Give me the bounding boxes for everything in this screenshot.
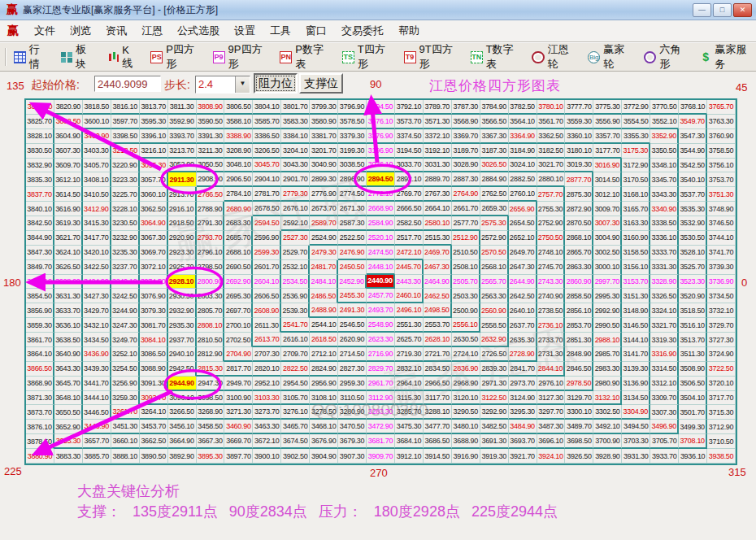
gann-cell: 2592.10 [281,216,310,231]
gann-cell: 3268.90 [197,405,225,420]
gann-cell: 3516.10 [679,318,707,333]
chevron-down-icon[interactable]: ▼ [235,76,250,93]
gann-cell: 3933.70 [650,449,679,464]
toolbar-item-10[interactable]: 江恩轮 [528,40,579,74]
toolbar-item-9[interactable]: TNT数字表 [467,40,524,74]
gann-cell: 3376.90 [367,129,395,144]
gann-cell: 3876.10 [26,420,54,434]
gann-cell: 3636.10 [54,318,83,333]
gann-cell: 3208.90 [224,144,253,159]
gann-cell: 3760.90 [707,129,736,144]
step-select[interactable]: 2.4 ▼ [195,76,250,94]
menu-item-5[interactable]: 公式选股 [170,21,227,41]
toolbar-item-label: 9T四方形 [419,42,458,72]
gann-cell: 3566.50 [480,115,509,129]
gann-cell: 2534.50 [281,275,310,290]
gann-cell: 3604.90 [54,129,83,144]
menu-item-4[interactable]: 江恩 [134,21,170,41]
gann-cell: 3201.70 [310,144,338,159]
gann-cell: 2827.30 [338,362,367,377]
toolbar-item-2[interactable]: 板块 [56,40,98,74]
toolbar-item-4[interactable]: PSP四方形 [146,40,203,74]
gann-cell: 3019.30 [565,159,593,173]
toolbar-item-11[interactable]: Big赢家轮 [584,40,635,74]
gann-cell: 3511.30 [679,347,707,362]
toolbar-item-label: 江恩轮 [548,42,576,72]
toolbar-item-8[interactable]: T99T四方形 [400,40,462,74]
gann-cell: 3482.50 [480,420,509,434]
menu-bar: 赢 文件浏览资讯江恩公式选股设置工具窗口交易委托帮助 [0,20,756,42]
gann-cell: 3242.50 [111,289,140,303]
gann-cell: 2882.50 [509,172,537,187]
toolbar-item-3[interactable]: K线 [103,41,142,73]
gann-cell: 3036.10 [367,159,395,173]
toolbar-item-1[interactable]: 行情 [10,40,51,74]
gann-cell: 3715.30 [707,405,736,420]
gann-cell: 2875.30 [565,187,593,202]
toolbar-item-6[interactable]: PNP数字表 [276,40,332,74]
gann-cell: 2920.90 [168,231,197,246]
赢家服务-icon: $ [700,51,712,63]
gann-cell: 3360.10 [565,129,593,144]
resistance-button[interactable]: 阻力位 [254,73,298,94]
menu-item-8[interactable]: 窗口 [298,21,334,41]
maximize-button[interactable]: □ [713,3,732,17]
gann-cell: 2832.10 [395,362,424,377]
menu-item-3[interactable]: 资讯 [98,21,134,41]
gann-cell: 3367.30 [480,129,509,144]
gann-cell: 3794.50 [367,100,395,115]
gann-cell: 3084.10 [140,333,168,347]
menu-item-1[interactable]: 文件 [27,21,63,41]
gann-cell: 3333.70 [650,246,679,260]
gann-cell: 3664.90 [168,434,197,449]
close-button[interactable]: ✕ [733,3,752,17]
start-price-input[interactable] [94,76,161,92]
gann-cell: 3259.30 [111,391,140,406]
gann-cell: 2568.10 [480,260,509,275]
gann-cell: 3537.70 [679,187,707,202]
support-item-1: 135度2911点 [133,503,218,520]
gann-cell: 3098.50 [197,391,225,406]
menu-item-2[interactable]: 浏览 [63,21,98,41]
gann-cell: 2880.10 [537,172,566,187]
support-button[interactable]: 支撑位 [299,73,343,94]
toolbar-item-7[interactable]: TST四方形 [338,40,395,74]
gann-cell: 3864.10 [26,347,54,362]
gann-cell: 2496.10 [395,303,424,318]
gann-cell: 3736.90 [707,275,736,290]
gann-cell: 2664.10 [424,202,452,216]
gann-cell: 2551.30 [395,318,424,333]
gann-cell: 3888.10 [111,449,140,464]
menu-item-6[interactable]: 设置 [227,21,263,41]
toolbar-item-13[interactable]: $赢家服务 [696,40,756,74]
gann-cell: 3828.10 [26,129,54,144]
gann-cell: 3319.30 [650,333,679,347]
app-window: { "window": { "logo": "赢", "title": "赢家江… [0,0,756,540]
gann-cell: 3465.70 [281,420,310,434]
gann-cell: 3194.50 [395,144,424,159]
gann-cell: 3220.90 [111,159,140,173]
toolbar-item-12[interactable]: 六角形 [640,40,691,74]
gann-cell: 2793.70 [197,231,225,246]
gann-cell: 3501.70 [679,405,707,420]
menu-item-9[interactable]: 交易委托 [334,21,391,41]
gann-cell: 2908.90 [197,172,225,187]
gann-cell: 3775.30 [593,100,622,115]
menu-item-7[interactable]: 工具 [263,21,298,41]
gann-cell: 3530.50 [679,231,707,246]
gann-cell: 3276.10 [281,405,310,420]
gann-cell: 3045.70 [253,159,281,173]
gann-cell: 2623.30 [367,333,395,347]
gann-cell: 3698.50 [565,434,593,449]
gann-cell: 3936.10 [679,449,707,464]
gann-cell: 2932.90 [168,303,197,318]
gann-cell: 2863.30 [565,260,593,275]
gann-cell: 3436.90 [83,347,111,362]
minimize-button[interactable]: — [693,3,711,17]
menu-item-10[interactable]: 帮助 [391,21,427,41]
gann-cell: 2829.70 [367,362,395,377]
gann-cell: 2956.90 [310,377,338,391]
gann-cell: 3633.70 [54,303,83,318]
toolbar-item-5[interactable]: P99P四方形 [209,40,272,74]
gann-cell: 3679.30 [338,434,367,449]
